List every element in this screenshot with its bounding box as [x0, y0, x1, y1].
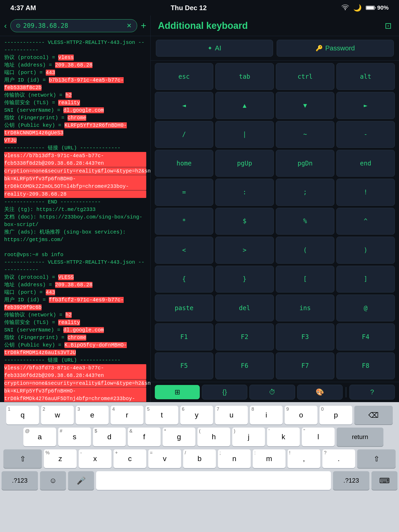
kb-num-switch-left[interactable]: .?123 [2, 471, 38, 490]
key-arrow-up[interactable]: ▲ [215, 92, 274, 119]
kb-key-e[interactable]: 3 e [76, 406, 109, 424]
key-caret[interactable]: ^ [336, 208, 395, 235]
key-at[interactable]: @ [336, 295, 395, 321]
key-lbrace[interactable]: { [155, 266, 213, 292]
kb-dictate-button[interactable]: 🎤 [68, 471, 94, 490]
toolbar-color-button[interactable]: 🎨 [297, 385, 343, 400]
kb-key-z[interactable]: % z [44, 449, 77, 468]
kb-key-comma[interactable]: ! , [288, 449, 320, 468]
kb-key-m[interactable]: : m [253, 449, 285, 468]
kb-key-w[interactable]: 2 w [41, 406, 74, 424]
password-button[interactable]: 🔑 Password [277, 40, 394, 57]
kb-key-h[interactable]: ( h [197, 428, 230, 446]
kb-key-c[interactable]: + c [114, 449, 146, 468]
key-pgup[interactable]: pgUp [215, 150, 274, 177]
key-esc[interactable]: esc [155, 63, 213, 90]
kb-keyboard-icon[interactable]: ⌨ [371, 471, 397, 490]
ai-button[interactable]: ✦ AI [156, 40, 273, 57]
key-f8[interactable]: F8 [336, 353, 395, 379]
add-tab-button[interactable]: + [141, 20, 146, 31]
url-clear-button[interactable]: ✕ [127, 22, 132, 29]
key-star[interactable]: * [155, 208, 213, 235]
key-tab[interactable]: tab [215, 63, 274, 90]
kb-key-q[interactable]: 1 q [6, 406, 39, 424]
key-rbrace[interactable]: } [215, 266, 274, 292]
key-f6[interactable]: F6 [215, 353, 274, 379]
key-lt[interactable]: < [155, 237, 213, 263]
key-arrow-down[interactable]: ▼ [276, 92, 334, 119]
key-semicolon[interactable]: ; [276, 179, 334, 205]
url-globe-icon: ⊙ [16, 22, 21, 29]
key-lbracket[interactable]: [ [276, 266, 334, 292]
key-paste[interactable]: paste [155, 295, 213, 321]
key-rbracket[interactable]: ] [336, 266, 395, 292]
key-alt[interactable]: alt [336, 63, 395, 90]
key-exclaim[interactable]: ! [336, 179, 395, 205]
key-dollar[interactable]: $ [215, 208, 274, 235]
toolbar-divider [346, 387, 346, 397]
kb-key-a[interactable]: @ a [23, 428, 56, 446]
key-f5[interactable]: F5 [155, 353, 213, 379]
ai-icon: ✦ [208, 45, 212, 52]
key-dash[interactable]: - [336, 121, 395, 148]
key-percent[interactable]: % [276, 208, 334, 235]
key-arrow-right[interactable]: ► [336, 92, 395, 119]
key-arrow-left[interactable]: ◄ [155, 92, 213, 119]
kb-key-x[interactable]: - x [79, 449, 111, 468]
key-f3[interactable]: F3 [276, 323, 334, 350]
kb-key-k[interactable]: ' k [267, 428, 300, 446]
key-pipe[interactable]: | [215, 121, 274, 148]
kb-delete-key[interactable]: ⌫ [354, 406, 393, 424]
kb-key-v[interactable]: = v [148, 449, 181, 468]
toolbar-history-button[interactable]: ⏱ [249, 385, 295, 400]
kb-shift-key[interactable]: ⇧ [3, 449, 42, 468]
url-bar[interactable]: ⊙ 209.38.68.28 ✕ [10, 19, 137, 32]
kb-key-g[interactable]: * g [163, 428, 195, 446]
kb-emoji-button[interactable]: ☺ [40, 471, 66, 490]
key-lparen[interactable]: ( [276, 237, 334, 263]
terminal-content[interactable]: ------------- VLESS-HTTP2-REALITY-443.js… [0, 36, 150, 402]
key-equals[interactable]: = [155, 179, 213, 205]
kb-key-i[interactable]: 8 i [250, 406, 283, 424]
kb-return-key[interactable]: return [337, 428, 383, 446]
key-home[interactable]: home [155, 150, 213, 177]
kb-space-key[interactable] [96, 471, 331, 490]
key-del[interactable]: del [215, 295, 274, 321]
key-row-4: home pgUp pgDn end [155, 150, 395, 177]
key-f2[interactable]: F2 [215, 323, 274, 350]
key-ctrl[interactable]: ctrl [276, 63, 334, 90]
toolbar-code-button[interactable]: {} [202, 385, 247, 400]
key-gt[interactable]: > [215, 237, 274, 263]
key-f4[interactable]: F4 [336, 323, 395, 350]
key-ins[interactable]: ins [276, 295, 334, 321]
kb-key-y[interactable]: 6 y [180, 406, 213, 424]
kb-key-period[interactable]: ? . [322, 449, 355, 468]
kb-key-u[interactable]: 7 u [215, 406, 248, 424]
kb-key-p[interactable]: 0 p [320, 406, 352, 424]
toolbar-help-button[interactable]: ? [349, 385, 395, 400]
kb-key-b[interactable]: / b [183, 449, 216, 468]
kb-key-n[interactable]: ; n [218, 449, 251, 468]
terminal-line: 地址 (address) = 209.38.68.28 [4, 281, 146, 289]
key-pgdn[interactable]: pgDn [276, 150, 334, 177]
kb-key-f[interactable]: & f [128, 428, 161, 446]
key-rparen[interactable]: ) [336, 237, 395, 263]
kb-key-o[interactable]: 9 o [285, 406, 317, 424]
layout-toggle-icon[interactable]: ⊡ [385, 21, 392, 31]
key-colon[interactable]: : [215, 179, 274, 205]
toolbar-grid-button[interactable]: ⊞ [155, 385, 200, 399]
kb-shift-key-right[interactable]: ⇧ [357, 449, 396, 468]
kb-num-switch-right[interactable]: .?123 [333, 471, 369, 490]
key-end[interactable]: end [336, 150, 395, 177]
kb-key-r[interactable]: 4 r [111, 406, 143, 424]
key-f1[interactable]: F1 [155, 323, 213, 350]
kb-key-s[interactable]: # s [58, 428, 91, 446]
kb-key-l[interactable]: " l [302, 428, 335, 446]
key-tilde[interactable]: ~ [276, 121, 334, 148]
back-button[interactable]: ‹ [4, 21, 7, 30]
key-slash[interactable]: / [155, 121, 213, 148]
kb-key-d[interactable]: $ d [93, 428, 126, 446]
key-f7[interactable]: F7 [276, 353, 334, 379]
kb-key-t[interactable]: 5 t [145, 406, 178, 424]
kb-key-j[interactable]: ) j [232, 428, 265, 446]
